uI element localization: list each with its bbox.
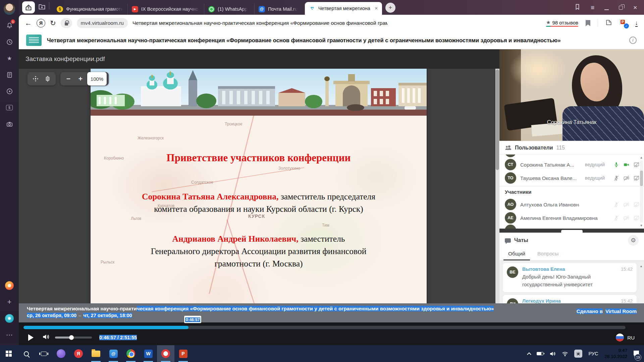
- window-close-icon[interactable]: ✕: [633, 5, 637, 11]
- camera-on-icon: [624, 162, 629, 168]
- tab-active-conference[interactable]: ♥ Четвертая межрегиона ✕: [305, 2, 382, 15]
- browser-window: 5 § Функциональная грамотн ▶ IX Всеросси…: [19, 0, 644, 345]
- window-maximize-icon[interactable]: [619, 6, 623, 10]
- scroll-mode-icon[interactable]: [42, 73, 54, 84]
- browser-side-panel: 1 ★ 5 + ⋯: [0, 0, 19, 345]
- wifi-icon[interactable]: [559, 345, 571, 362]
- progress-bar[interactable]: [23, 326, 626, 329]
- window-minimize-icon[interactable]: [604, 9, 609, 10]
- info-icon[interactable]: i: [629, 37, 637, 44]
- users-scrollbar-thumb[interactable]: [640, 171, 643, 186]
- users-panel-title: Пользователи: [515, 145, 553, 151]
- tab-whatsapp[interactable]: (1) WhatsApp: [204, 3, 255, 15]
- notification-count: 19: [635, 354, 641, 361]
- chat-scrollbar[interactable]: ▲: [640, 264, 643, 268]
- taskbar-search-icon[interactable]: [17, 345, 35, 362]
- user-row-sorokina[interactable]: СТ Сорокина Татьянак А... ведущий: [499, 158, 644, 171]
- app-chrome-icon[interactable]: [122, 345, 140, 362]
- tabs-panel-icon[interactable]: [574, 4, 581, 11]
- app-yandex-icon[interactable]: Я: [70, 345, 87, 362]
- bookmark-icon[interactable]: [586, 20, 590, 26]
- refresh-icon[interactable]: ↻: [50, 19, 56, 27]
- zoom-level[interactable]: 100%: [87, 72, 107, 85]
- bookmarks-star-icon[interactable]: ★: [3, 52, 15, 64]
- pdf-title-bar: Заставка конференции.pdf: [19, 49, 499, 69]
- user-row-amelina[interactable]: АЕ Амелина Евгения Владимировна: [499, 211, 644, 225]
- conference-title: Четвертая межрегиональная научно-практич…: [47, 37, 561, 44]
- camera-off-icon: [624, 215, 629, 221]
- volume-slider[interactable]: [55, 337, 92, 339]
- app-word-icon[interactable]: W: [140, 345, 157, 362]
- taskbar-date: 28.10.2022: [604, 354, 627, 360]
- history-icon[interactable]: [3, 36, 15, 48]
- back-icon[interactable]: ←: [25, 19, 32, 27]
- scroll-down-icon[interactable]: ▼: [640, 224, 643, 227]
- notifications-bell-icon[interactable]: 1: [3, 19, 15, 32]
- scroll-up-icon[interactable]: ▲: [640, 156, 643, 159]
- home-tableau-button[interactable]: 5: [22, 1, 35, 13]
- alice-assistant-icon[interactable]: [3, 312, 15, 324]
- tab-conference-video[interactable]: ▶ IX Всероссийская научно-: [128, 3, 204, 15]
- screenshot-icon[interactable]: [3, 118, 15, 130]
- gear-icon[interactable]: ⚙: [628, 235, 639, 246]
- users-scrollbar[interactable]: ▲ ▼: [639, 156, 643, 227]
- task-view-icon[interactable]: [35, 345, 52, 362]
- pdf-toolbar: − + 100%: [28, 72, 109, 85]
- powerpoint-extension-icon[interactable]: ✓: [620, 19, 628, 27]
- yandex-search-icon[interactable]: Я: [37, 19, 45, 27]
- app-yandex-browser-icon[interactable]: [157, 345, 174, 362]
- tab-close-icon[interactable]: ✕: [375, 6, 378, 11]
- tray-chevron-up-icon[interactable]: [525, 345, 534, 362]
- pdf-scrollbar-thumb[interactable]: [496, 69, 499, 170]
- tab-general-chat[interactable]: Общий: [502, 248, 531, 260]
- app-explorer-icon[interactable]: [87, 345, 105, 362]
- volume-knob[interactable]: [69, 335, 74, 340]
- tab-groups-icon[interactable]: [38, 3, 46, 12]
- pan-tool-icon[interactable]: [30, 73, 42, 84]
- panel-resize-handle[interactable]: [499, 229, 644, 233]
- video-player-controls: Четвертая межрегиональная научно-практич…: [19, 303, 644, 345]
- battery-icon[interactable]: [534, 345, 546, 362]
- seek-tooltip: 0:46:57: [184, 316, 201, 323]
- taskbar-clock[interactable]: 9:47 28.10.2022: [601, 348, 631, 360]
- volume-icon[interactable]: [42, 333, 50, 342]
- presentation-area: Заставка конференции.pdf: [19, 49, 499, 345]
- action-center-icon[interactable]: 19: [631, 345, 642, 362]
- user-row-altukhova[interactable]: АО Алтухова Ольга Ивановна: [499, 198, 644, 211]
- tab-func-literacy[interactable]: § Функциональная грамотн: [53, 3, 128, 15]
- downloads-icon[interactable]: ↓: [635, 20, 638, 27]
- ru-flag-icon[interactable]: [616, 334, 624, 342]
- avatar: [505, 225, 516, 229]
- app-mail-icon[interactable]: @: [105, 345, 122, 362]
- mic-off-icon: [613, 202, 619, 207]
- tab-mailru[interactable]: @ Почта Mail.ru: [255, 3, 305, 15]
- app-powerpoint-icon[interactable]: P: [174, 345, 192, 362]
- feed-icon[interactable]: [3, 69, 15, 81]
- drweb-icon[interactable]: [571, 345, 585, 362]
- tray-speaker-icon[interactable]: [546, 345, 559, 362]
- collections-icon[interactable]: [605, 19, 612, 27]
- sidebar-more-icon[interactable]: ⋯: [3, 329, 15, 341]
- start-button[interactable]: [0, 345, 17, 362]
- tab-questions-chat[interactable]: Вопросы: [531, 248, 565, 260]
- add-panel-icon[interactable]: +: [3, 296, 15, 308]
- star-icon: ★: [546, 19, 550, 25]
- browser-menu-icon[interactable]: ≡: [591, 4, 594, 11]
- yandex-browser-logo-icon[interactable]: [3, 280, 15, 292]
- webcam-video[interactable]: Сорокина Татьянак: [499, 49, 644, 141]
- video-panel-icon[interactable]: [3, 85, 15, 97]
- player-control-bar: 0:46:57 / 2:51:55 RU: [19, 330, 644, 345]
- zoom-out-button[interactable]: −: [62, 73, 74, 84]
- user-row-tausheva[interactable]: ТО Таушева Оксана Вале... ведущий: [499, 171, 644, 185]
- address-bar[interactable]: mv4.virtualroom.ru: [77, 18, 128, 28]
- language-indicator[interactable]: РУС: [585, 345, 601, 362]
- zoom-in-button[interactable]: +: [74, 73, 87, 84]
- profile-avatar[interactable]: [4, 3, 15, 15]
- app-aurora-icon[interactable]: [52, 345, 70, 362]
- users-list[interactable]: СТ Сорокина Татьянак А... ведущий ТО: [499, 155, 644, 229]
- play-button[interactable]: [28, 334, 34, 341]
- site-security-badge[interactable]: [61, 18, 72, 28]
- tv-channel-icon[interactable]: 5: [3, 102, 15, 114]
- site-reviews[interactable]: ★ 98 отзывов: [546, 19, 578, 27]
- new-tab-button[interactable]: +: [385, 3, 395, 13]
